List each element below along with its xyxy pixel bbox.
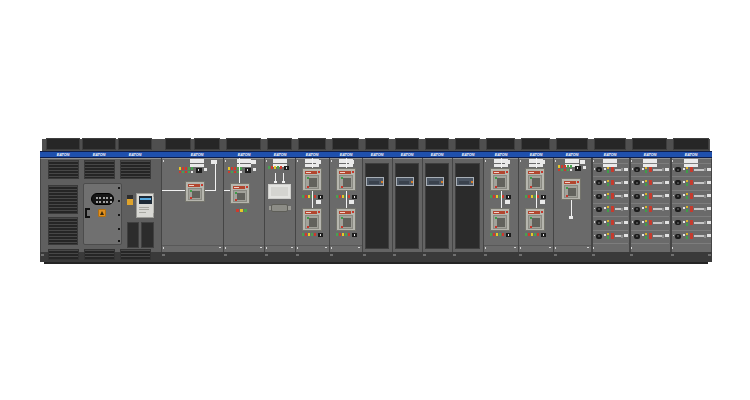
switchgear-lineup: EATONEATONEATONEATONEATONEATONEATONEATON… bbox=[40, 137, 712, 263]
warning-label bbox=[98, 209, 106, 217]
indicator-lamp bbox=[314, 195, 316, 198]
unit-handle-tip bbox=[621, 181, 623, 184]
unit-handle-tip bbox=[704, 208, 706, 211]
plinth-foot bbox=[393, 254, 396, 257]
unit-breaker-red bbox=[611, 220, 614, 226]
acb-strip-label bbox=[234, 187, 239, 188]
plinth-foot bbox=[484, 254, 487, 257]
knob-center bbox=[677, 235, 679, 237]
control-switch bbox=[541, 233, 546, 237]
plinth-foot bbox=[330, 254, 333, 257]
unit-screw bbox=[632, 235, 634, 237]
acb-ok-led bbox=[341, 217, 343, 219]
unit-breaker-red bbox=[690, 233, 693, 239]
acb-face bbox=[233, 190, 247, 202]
acb-fault-led bbox=[541, 211, 543, 213]
acb-trip-led bbox=[341, 226, 343, 228]
mimic-line bbox=[536, 191, 537, 208]
indicator-lamp bbox=[234, 167, 236, 170]
plinth-foot bbox=[296, 254, 299, 257]
vent-louver bbox=[565, 159, 579, 163]
hinge-dot bbox=[118, 187, 120, 189]
knob-center bbox=[598, 195, 600, 197]
acb-mechanism bbox=[192, 191, 200, 198]
unit-lamp-yellow bbox=[686, 167, 688, 169]
section-divider bbox=[264, 158, 265, 252]
unit-label bbox=[624, 168, 628, 171]
unit-handle bbox=[653, 222, 662, 224]
indicator-lamp bbox=[191, 171, 193, 174]
section-feeder-2: EATON bbox=[329, 137, 362, 263]
mcc-unit-row bbox=[672, 217, 710, 229]
section-divider bbox=[422, 158, 423, 252]
mcc-unit-row bbox=[631, 191, 668, 203]
brand-logo: EATON bbox=[528, 153, 543, 157]
unit-lamp-yellow bbox=[607, 193, 609, 195]
brand-logo: EATON bbox=[642, 153, 657, 157]
hmi-power-led bbox=[471, 181, 474, 184]
mcc-row-divider bbox=[630, 243, 669, 244]
acb-mechanism bbox=[309, 218, 317, 227]
indicator-lamp bbox=[567, 169, 569, 172]
unit-screw bbox=[673, 221, 675, 223]
indicator-lamp bbox=[534, 233, 536, 236]
acb-mechanism bbox=[343, 178, 351, 187]
acb-breaker bbox=[185, 181, 205, 202]
unit-switch-knob bbox=[675, 234, 681, 239]
indicator-lamp bbox=[280, 166, 282, 169]
roof-hood bbox=[298, 138, 326, 150]
unit-lamp-yellow bbox=[686, 206, 688, 208]
section-mcc-1: EATON bbox=[591, 137, 629, 263]
acb-strip-label bbox=[494, 172, 499, 173]
mcc-unit-row bbox=[593, 204, 627, 216]
knob-center bbox=[598, 222, 600, 224]
knob-center bbox=[598, 182, 600, 184]
knob-center bbox=[636, 235, 638, 237]
unit-screw bbox=[632, 181, 634, 183]
unit-switch-knob bbox=[675, 220, 681, 225]
brand-logo: EATON bbox=[128, 153, 143, 157]
unit-label bbox=[665, 181, 669, 184]
unit-switch-knob bbox=[675, 207, 681, 212]
mimic-line bbox=[312, 158, 313, 168]
mimic-line bbox=[501, 191, 502, 208]
roof-hood bbox=[118, 138, 152, 150]
screw-dot bbox=[266, 247, 268, 249]
mimic-line bbox=[501, 158, 502, 168]
indicator-lamp bbox=[182, 171, 184, 174]
acb-strip-label bbox=[340, 172, 345, 173]
control-switch bbox=[352, 195, 357, 199]
section-incomer-1: EATON bbox=[161, 137, 223, 263]
indicator-lamp bbox=[502, 195, 504, 198]
unit-switch-knob bbox=[675, 167, 681, 172]
indicator-lamp bbox=[339, 195, 341, 198]
unit-lamp-white bbox=[604, 181, 606, 183]
indicator-lamp bbox=[302, 195, 304, 198]
acb-trip-led bbox=[190, 197, 192, 199]
unit-label bbox=[707, 207, 711, 210]
mcc-unit-row bbox=[672, 177, 710, 189]
unit-label bbox=[624, 181, 628, 184]
section-divider bbox=[591, 158, 593, 252]
switch-pin bbox=[354, 196, 355, 198]
unit-label bbox=[665, 207, 669, 210]
unit-handle-tip bbox=[704, 168, 706, 171]
meter-buttons bbox=[139, 207, 149, 208]
unit-lamp-green bbox=[686, 196, 688, 199]
unit-handle bbox=[694, 222, 704, 224]
unit-lamp-yellow bbox=[686, 180, 688, 182]
mimic-arrow bbox=[274, 181, 277, 183]
section-feeder-5: EATON bbox=[553, 137, 591, 263]
indicator-lamp bbox=[496, 195, 498, 198]
indicator-lamp bbox=[231, 171, 233, 174]
indicator-lamp bbox=[570, 165, 572, 168]
section-mcc-3: EATON bbox=[670, 137, 712, 263]
vent-panel bbox=[141, 222, 154, 248]
gland-plate bbox=[271, 204, 288, 212]
mcc-unit-row bbox=[593, 177, 627, 189]
mimic-node bbox=[349, 200, 354, 204]
roof-hood bbox=[486, 138, 515, 150]
indicator-lamp bbox=[305, 233, 307, 236]
indicator-lamp bbox=[188, 171, 190, 174]
section-incomer-2: EATON bbox=[223, 137, 264, 263]
